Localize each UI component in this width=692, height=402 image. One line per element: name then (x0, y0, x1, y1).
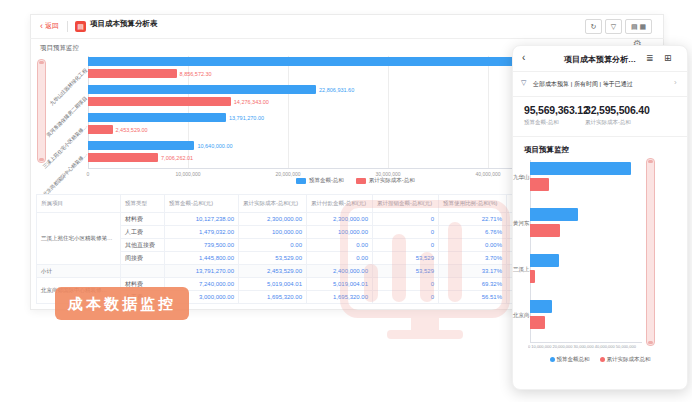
value-cell[interactable]: 100,000.00 (307, 226, 373, 239)
value-cell[interactable]: 2,400,000.00 (307, 265, 373, 278)
panel-funnel-icon: ▽ (521, 79, 526, 87)
datazoom-handle-top[interactable] (39, 61, 44, 64)
budget-bar[interactable] (88, 141, 194, 150)
legend-item[interactable]: 累计实际成本-总和 (356, 177, 415, 184)
list-view-icon[interactable]: ≣ (646, 53, 654, 63)
value-cell[interactable]: 5,019,004.01 (307, 278, 373, 291)
grid-view-icon: ▦ (640, 23, 647, 31)
bar-value-label: 2,453,529.00 (116, 127, 148, 133)
legend-label: 累计实际成本总和 (607, 356, 651, 363)
panel-datazoom-slider[interactable] (646, 158, 655, 346)
legend-item[interactable]: 预算金额-总和 (296, 177, 344, 184)
value-cell[interactable]: 0.00 (307, 239, 373, 252)
kpi-budget-value: 95,569,363.12 (524, 104, 589, 116)
legend-dot-red (600, 357, 605, 362)
board-view-icon: ▤ (631, 23, 638, 31)
panel-divider (512, 136, 688, 137)
actual-cost-bar[interactable] (88, 97, 231, 106)
value-cell[interactable]: 53,529 (373, 252, 439, 265)
panel-x-axis-ticks: 0 10,000,000 20,000,000 30,000,000 40,00… (528, 344, 642, 349)
value-cell[interactable]: 100,000.00 (239, 226, 307, 239)
value-cell[interactable]: 2,453,529.00 (239, 265, 307, 278)
value-cell[interactable]: 69.32% (439, 278, 507, 291)
value-cell[interactable]: 22.71% (439, 213, 507, 226)
value-cell[interactable]: 1,445,800.00 (165, 252, 239, 265)
table-header: 预算金额-总和(元) (165, 195, 239, 213)
value-cell[interactable]: 739,500.00 (165, 239, 239, 252)
value-cell[interactable]: 0 (373, 291, 439, 304)
table-view-icon[interactable]: ⊞ (664, 53, 672, 63)
actual-cost-bar[interactable] (530, 178, 549, 191)
value-cell[interactable]: 0.00 (239, 239, 307, 252)
value-cell[interactable]: 0 (373, 213, 439, 226)
value-cell[interactable]: 0 (373, 239, 439, 252)
budget-bar[interactable] (88, 57, 571, 66)
gridline (488, 56, 489, 168)
chart-section-title: 项目预算监控 (40, 44, 79, 53)
panel-divider (512, 96, 688, 97)
value-cell[interactable]: 53,529.00 (239, 252, 307, 265)
budget-bar[interactable] (530, 208, 578, 221)
actual-cost-bar[interactable] (530, 224, 560, 237)
legend-label: 累计实际成本-总和 (369, 177, 415, 184)
value-cell[interactable]: 56.51% (439, 291, 507, 304)
divider (67, 21, 68, 32)
value-cell[interactable]: 1,695,320.00 (239, 291, 307, 304)
value-cell[interactable]: 0 (373, 226, 439, 239)
panel-title: 项目成本预算分析… (545, 54, 655, 65)
value-cell[interactable]: 33.17% (439, 265, 507, 278)
value-cell[interactable]: 6.76% (439, 226, 507, 239)
table-header: 累计报销金额-总和(元) (373, 195, 439, 213)
datazoom-handle-bottom[interactable] (648, 341, 653, 344)
value-cell[interactable]: 3.70% (439, 252, 507, 265)
value-cell[interactable]: 10,127,238.00 (165, 213, 239, 226)
value-cell[interactable]: 0.00 (307, 252, 373, 265)
project-cell: 小计 (37, 265, 121, 278)
cost-data-monitor-badge: 成本数据监控 (55, 287, 189, 320)
value-cell[interactable]: 2,300,000.00 (239, 213, 307, 226)
legend-dot-blue (550, 357, 555, 362)
legend-label: 预算金额-总和 (309, 177, 344, 184)
value-cell[interactable]: 1,695,320.00 (307, 291, 373, 304)
filter-button[interactable]: ▽ (605, 19, 622, 34)
kpi-budget-label: 预算金额-总和 (524, 119, 559, 126)
table-header: 累计实际成本-总和(元) (239, 195, 307, 213)
vertical-datazoom-slider[interactable] (37, 59, 46, 163)
back-button[interactable]: ‹ 返回 (40, 21, 59, 31)
value-cell[interactable]: 13,791,270.00 (165, 265, 239, 278)
panel-divider (512, 71, 688, 72)
table-header: 预算类型 (121, 195, 165, 213)
value-cell[interactable]: 53,529 (373, 265, 439, 278)
value-cell[interactable]: 1,479,032.00 (165, 226, 239, 239)
budget-bar[interactable] (530, 162, 631, 175)
datazoom-handle-bottom[interactable] (39, 158, 44, 161)
budget-bar[interactable] (88, 113, 226, 122)
actual-cost-bar[interactable] (530, 316, 545, 329)
table-header: 所属项目 (37, 195, 121, 213)
panel-chart-legend: 预算金额总和累计实际成本总和 (512, 356, 688, 363)
value-cell[interactable]: 0.00% (439, 239, 507, 252)
actual-cost-bar[interactable] (530, 270, 535, 283)
budget-bar[interactable] (530, 254, 559, 267)
budget-bar[interactable] (88, 85, 316, 94)
view-switch-button[interactable]: ▤▦ (625, 19, 652, 34)
bar-value-label: 8,856,572.30 (180, 71, 212, 77)
datazoom-handle-top[interactable] (648, 160, 653, 163)
bar-value-label: 14,276,343.00 (234, 99, 269, 105)
actual-cost-bar[interactable] (88, 125, 113, 134)
legend-item[interactable]: 累计实际成本总和 (600, 356, 651, 363)
panel-filter-bar[interactable]: 全部成本预算 | 所有时间 | 等于已通过 (533, 80, 633, 89)
table-header: 累计付款金额-总和(元) (307, 195, 373, 213)
project-cell: 三溪上苑住宅小区精装修第… (37, 213, 121, 265)
value-cell[interactable]: 2,300,000.00 (307, 213, 373, 226)
refresh-button[interactable]: ↻ (585, 19, 602, 34)
legend-label: 预算金额总和 (557, 356, 590, 363)
legend-item[interactable]: 预算金额总和 (550, 356, 590, 363)
panel-back-chevron[interactable]: ‹ (522, 52, 525, 63)
budget-bar[interactable] (530, 300, 552, 313)
actual-cost-bar[interactable] (88, 153, 158, 162)
actual-cost-bar[interactable] (88, 69, 177, 78)
budget-type-cell: 间接费 (121, 252, 165, 265)
value-cell[interactable]: 5,019,004.01 (239, 278, 307, 291)
value-cell[interactable]: 0 (373, 278, 439, 291)
